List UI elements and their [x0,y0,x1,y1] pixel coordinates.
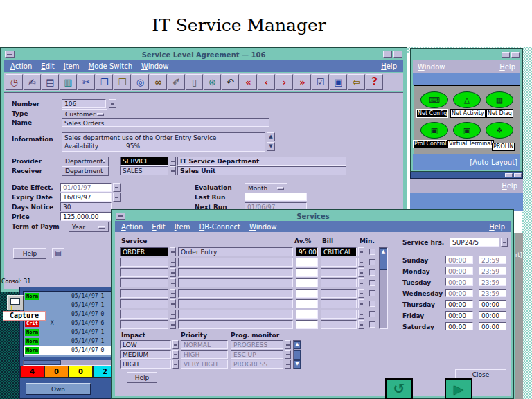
menu-help[interactable]: Help [502,182,517,190]
day-from-field[interactable]: 00:00 [445,278,473,286]
matrix-vscrollbar[interactable]: ▲ ▼ [293,340,301,369]
sla-help-button[interactable]: Help [13,248,46,259]
bill-field[interactable] [321,299,357,308]
bill-field[interactable]: CRITICAL [321,247,357,256]
menu-window[interactable]: Window [249,223,276,231]
preview-button[interactable]: ◎ [132,74,149,90]
day-to-field[interactable]: 00:00 [479,311,506,319]
service-desc-field[interactable] [178,299,293,308]
alert-medium-count[interactable]: 0 [69,366,93,378]
bill-menu-button[interactable] [358,268,364,277]
min-checkbox[interactable] [369,290,375,296]
service-field[interactable] [120,268,168,277]
paste-button[interactable]: ❒ [114,74,131,90]
bill-field[interactable] [321,258,357,267]
min-checkbox[interactable] [369,259,375,265]
menu-window[interactable]: Window [418,63,445,71]
service-detail-button[interactable] [170,278,176,287]
save-button[interactable]: ▣ [330,74,347,90]
prol-control-icon[interactable]: ▣ [420,122,448,139]
bill-menu-button[interactable] [358,278,364,287]
capture-icon[interactable]: + [7,295,24,310]
virtual-terminal-icon[interactable]: ▣ [453,122,481,139]
avail-field[interactable] [296,310,318,319]
console-row[interactable]: Norm05/14/971 [24,337,114,346]
info-scroll-up[interactable]: ▲ [267,132,275,141]
menu-mode-switch[interactable]: Mode Switch [88,62,132,70]
day-to-field[interactable]: 23:59 [479,278,506,286]
term-of-paym-dropdown[interactable]: Year [69,222,109,232]
day-from-field[interactable]: 00:00 [445,322,473,330]
service-desc-field[interactable]: Order Entry [178,247,293,256]
service-field[interactable] [120,310,168,319]
bill-field[interactable] [321,310,357,319]
provider-code-field[interactable]: SERVICE [120,157,168,166]
min-checkbox[interactable] [369,321,375,328]
receiver-name-field[interactable]: Sales Unit [177,166,346,175]
console-hscrollbar[interactable] [23,360,114,366]
day-from-field[interactable]: 00:00 [445,300,473,308]
day-to-field[interactable]: 00:00 [479,300,506,308]
service-field[interactable]: ORDER [120,247,168,256]
avail-field[interactable]: 95.00 [296,247,318,256]
menu-help[interactable]: Help [499,63,515,71]
min-checkbox[interactable] [369,301,375,307]
menu-edit[interactable]: Edit [41,62,54,70]
sla-titlebar[interactable]: Service Level Agreement — 106 [4,50,403,60]
net-diag-icon[interactable]: ▦ [486,91,513,108]
priority-field[interactable]: HIGH [181,350,228,359]
pencil-button[interactable]: ✐ [168,74,185,90]
receiver-code-field[interactable]: SALES [120,166,168,175]
console-row[interactable]: Norm------05/14/971 [24,292,114,301]
nav-next-button[interactable]: › [276,74,293,90]
bill-menu-button[interactable] [358,247,364,256]
exit-button[interactable]: ⇦ [348,74,365,90]
priority-field[interactable]: VERY HIGH [181,360,228,369]
avail-field[interactable] [296,258,318,267]
scroll-up-arrow[interactable]: ▲ [294,341,301,349]
service-desc-field[interactable] [178,289,293,298]
service-detail-button[interactable] [170,268,176,277]
avail-field[interactable] [296,299,318,308]
bill-field[interactable] [321,289,357,298]
service-detail-button[interactable] [170,289,176,298]
vscroll-thumb[interactable] [294,350,301,360]
menu-db-connect[interactable]: DB-Connect [199,223,240,231]
day-to-field[interactable]: 23:59 [479,256,506,264]
prog-monitor-field[interactable]: ESC UP [231,350,283,359]
prog-menu-button[interactable] [285,340,291,349]
service-hrs-menu-button[interactable] [501,238,508,247]
provider-name-field[interactable]: IT Service Department [177,157,346,166]
type-dropdown[interactable]: Customer [62,109,107,119]
day-to-field[interactable]: 00:00 [479,322,506,330]
window-menu-button[interactable] [116,213,125,220]
impact-menu-button[interactable] [172,340,179,349]
avail-field[interactable] [296,268,318,277]
menu-item[interactable]: Item [64,62,80,70]
palette-titlebar[interactable] [413,51,520,60]
prog-menu-button[interactable] [285,350,291,359]
provider-type-dropdown[interactable]: Department [62,157,109,166]
avail-field[interactable] [296,278,318,287]
receiver-type-dropdown[interactable]: Department [62,166,109,176]
services-help-button[interactable]: Help [127,372,157,383]
service-detail-button[interactable] [170,258,176,267]
service-field[interactable] [120,289,168,298]
net-activity-icon[interactable]: △ [453,91,481,108]
bill-field[interactable] [321,268,357,277]
minimize-button[interactable] [505,173,513,177]
service-detail-button[interactable] [170,320,176,329]
service-desc-field[interactable] [178,310,293,319]
impact-menu-button[interactable] [172,350,179,359]
console-row[interactable]: Norm------05/14/971 [24,328,114,337]
day-from-field[interactable]: 00:00 [445,311,473,319]
console-row-selected[interactable]: Norm05/14/970 [24,346,114,355]
information-field[interactable]: Sales department use of the Order Entry … [62,132,265,152]
receiver-detail-button[interactable] [170,166,176,175]
undo-button[interactable]: ↶ [222,74,239,90]
menu-item[interactable]: Item [175,223,190,231]
print-screen-button[interactable]: ▥ [60,74,77,90]
number-detail-button[interactable] [109,99,116,108]
min-checkbox[interactable] [369,311,375,317]
print-button-toolbar[interactable]: ▤ [42,74,59,90]
